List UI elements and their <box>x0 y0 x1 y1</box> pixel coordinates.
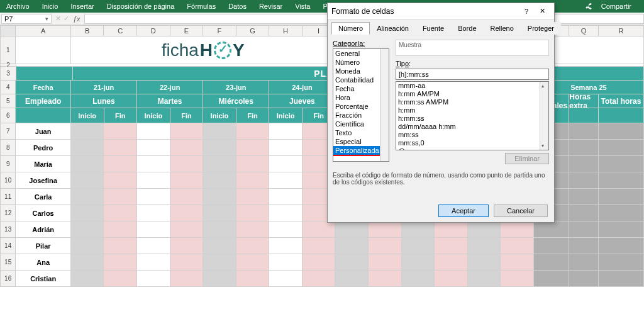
cell[interactable] <box>203 254 236 271</box>
cell[interactable] <box>170 205 204 221</box>
cell[interactable] <box>569 172 599 189</box>
tab-numero[interactable]: Número <box>331 22 370 35</box>
cell[interactable] <box>104 271 137 287</box>
cell[interactable] <box>203 205 236 221</box>
cell[interactable] <box>71 123 104 140</box>
cell[interactable] <box>104 156 137 172</box>
cell[interactable] <box>236 172 270 189</box>
row-header[interactable]: 14 <box>0 238 16 254</box>
cell[interactable] <box>71 238 104 254</box>
col-header[interactable]: D <box>137 25 170 36</box>
cell[interactable] <box>104 205 137 221</box>
cell[interactable] <box>236 205 270 221</box>
row-header[interactable]: 1 <box>0 36 16 64</box>
cell[interactable] <box>170 271 204 287</box>
cell[interactable] <box>599 205 644 221</box>
cell[interactable] <box>569 108 599 123</box>
cell[interactable] <box>468 238 501 254</box>
row-header[interactable]: 13 <box>0 221 16 238</box>
cell[interactable] <box>236 140 270 156</box>
list-item[interactable]: h:mm <box>396 106 548 115</box>
name-box[interactable]: P7 <box>1 14 52 24</box>
cell[interactable] <box>104 140 137 156</box>
tab-inicio[interactable]: Inicio <box>36 3 65 10</box>
cell[interactable] <box>599 123 644 140</box>
list-item[interactable]: mmm-aa <box>396 82 548 90</box>
cell[interactable] <box>599 172 644 189</box>
cell[interactable] <box>501 271 534 287</box>
cell[interactable] <box>468 271 501 287</box>
cell[interactable] <box>137 205 170 221</box>
cell[interactable] <box>203 123 236 140</box>
tab-relleno[interactable]: Relleno <box>484 22 521 35</box>
col-header[interactable]: B <box>71 25 104 36</box>
cell[interactable] <box>269 221 303 238</box>
cell[interactable] <box>137 221 170 238</box>
cell[interactable] <box>569 156 599 172</box>
row-header[interactable]: 6 <box>0 108 16 123</box>
cell[interactable] <box>402 221 435 238</box>
cell[interactable] <box>137 254 170 271</box>
cell[interactable] <box>137 189 170 205</box>
col-header[interactable]: R <box>599 25 644 36</box>
cell[interactable] <box>236 221 270 238</box>
cell[interactable] <box>269 172 303 189</box>
list-item[interactable]: h:mm:ss <box>396 115 548 123</box>
cell[interactable] <box>236 123 270 140</box>
cell[interactable] <box>104 172 137 189</box>
help-icon[interactable]: ? <box>525 8 528 15</box>
cell[interactable] <box>236 189 270 205</box>
cell[interactable] <box>435 254 468 271</box>
cell[interactable] <box>203 140 236 156</box>
cell[interactable] <box>369 221 402 238</box>
cell[interactable] <box>269 254 303 271</box>
tab-borde[interactable]: Borde <box>451 22 483 35</box>
cell[interactable] <box>369 238 402 254</box>
cell[interactable] <box>303 238 336 254</box>
fn-check-icon[interactable]: ✓ <box>64 14 69 23</box>
delete-button[interactable]: Eliminar <box>505 153 549 164</box>
cell[interactable] <box>203 238 236 254</box>
row-header[interactable]: 10 <box>0 172 16 189</box>
cell[interactable] <box>170 156 204 172</box>
list-item[interactable]: h:mm AM/PM <box>396 90 548 98</box>
cell[interactable] <box>468 221 501 238</box>
cell[interactable] <box>170 123 204 140</box>
cell[interactable] <box>104 238 137 254</box>
tab-datos[interactable]: Datos <box>222 3 253 10</box>
dialog-titlebar[interactable]: Formato de celdas ? ✕ <box>328 3 554 20</box>
cell[interactable] <box>137 156 170 172</box>
cell[interactable] <box>269 271 303 287</box>
row-header[interactable]: 4 <box>0 81 16 94</box>
category-list[interactable]: General Número Moneda Contabilidad Fecha… <box>333 48 389 162</box>
type-input[interactable] <box>396 69 549 80</box>
cell[interactable] <box>71 140 104 156</box>
scrollbar[interactable] <box>540 82 548 150</box>
cell[interactable] <box>303 254 336 271</box>
scrollbar[interactable] <box>380 49 389 161</box>
cell[interactable] <box>501 238 534 254</box>
list-item[interactable]: dd/mm/aaaa h:mm <box>396 123 548 131</box>
cell[interactable] <box>269 189 303 205</box>
cell[interactable] <box>335 271 369 287</box>
cell[interactable] <box>435 221 468 238</box>
tab-insertar[interactable]: Insertar <box>64 3 100 10</box>
cell[interactable] <box>369 254 402 271</box>
cell[interactable] <box>236 254 270 271</box>
cell[interactable] <box>599 254 644 271</box>
tab-archivo[interactable]: Archivo <box>0 3 36 10</box>
select-all-corner[interactable] <box>0 25 16 36</box>
cancel-button[interactable]: Cancelar <box>494 204 548 217</box>
cell[interactable] <box>104 123 137 140</box>
cell[interactable] <box>170 189 204 205</box>
cell[interactable] <box>435 238 468 254</box>
tab-alineacion[interactable]: Alineación <box>370 22 416 35</box>
cell[interactable] <box>335 238 369 254</box>
cell[interactable] <box>569 123 599 140</box>
cell[interactable] <box>303 271 336 287</box>
cell[interactable] <box>137 238 170 254</box>
tab-formulas[interactable]: Fórmulas <box>180 3 222 10</box>
list-item[interactable]: mm:ss <box>396 131 548 139</box>
list-item[interactable]: h:mm:ss AM/PM <box>396 98 548 106</box>
col-header[interactable]: H <box>269 25 303 36</box>
